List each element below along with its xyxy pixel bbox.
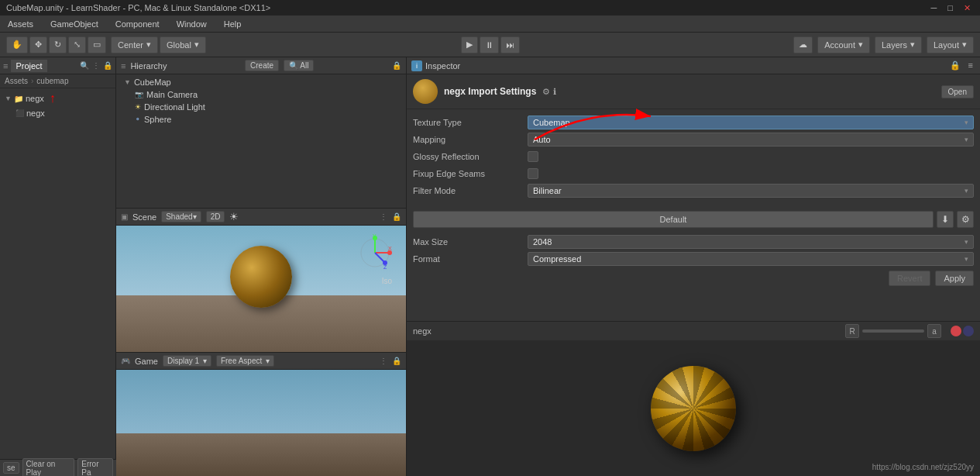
platform-settings-btn[interactable]: ⚙ xyxy=(957,211,974,228)
scene-more-icon[interactable]: ⋮ xyxy=(380,212,387,221)
maxsize-value[interactable]: 2048 ▾ xyxy=(528,235,974,249)
game-viewport[interactable] xyxy=(116,370,406,476)
scale-tool-btn[interactable]: ⤡ xyxy=(68,36,86,53)
menu-component[interactable]: Component xyxy=(112,18,163,30)
platform-download-btn[interactable]: ⬇ xyxy=(937,211,954,228)
center-btn[interactable]: Center ▾ xyxy=(111,36,158,53)
se-btn[interactable]: se xyxy=(3,462,19,474)
menu-help[interactable]: Help xyxy=(221,18,245,30)
apply-btn[interactable]: Apply xyxy=(935,271,974,286)
global-btn[interactable]: Global ▾ xyxy=(160,36,206,53)
hier-main-camera[interactable]: 📷 Main Camera xyxy=(116,88,406,101)
game-header: 🎮 Game Display 1 ▾ Free Aspect ▾ ⋮ 🔒 xyxy=(116,353,406,370)
preview-bar: negx R a xyxy=(407,322,980,340)
mapping-value[interactable]: Auto ▾ xyxy=(528,133,974,147)
open-btn[interactable]: Open xyxy=(941,85,974,98)
scene-2d-btn[interactable]: 2D xyxy=(206,211,225,222)
project-more-icon[interactable]: ⋮ xyxy=(92,61,100,70)
game-aspect-btn[interactable]: Free Aspect ▾ xyxy=(216,355,274,367)
tree-item-negx-folder[interactable]: ▼ 📁 negx ↑ xyxy=(0,90,115,107)
texture-type-row: Texture Type Cubemap ▾ xyxy=(407,114,980,131)
hier-lock-icon[interactable]: 🔒 xyxy=(392,61,401,70)
format-row: Format Compressed ▾ xyxy=(407,250,980,267)
game-lock-icon[interactable]: 🔒 xyxy=(392,357,401,365)
preview-rgb-btn[interactable]: R xyxy=(845,324,859,338)
project-tab-bar: ≡ Project 🔍 ⋮ 🔒 xyxy=(0,57,115,74)
glossy-row: Glossy Reflection xyxy=(407,148,980,165)
rotate-tool-btn[interactable]: ↻ xyxy=(49,36,67,53)
hier-scene-item[interactable]: ▼ CubeMap xyxy=(116,76,406,88)
layers-btn[interactable]: Layers ▾ xyxy=(875,36,922,53)
hier-scene-name: CubeMap xyxy=(134,78,171,87)
filter-row: Filter Mode Bilinear ▾ xyxy=(407,182,980,199)
divider xyxy=(407,199,980,205)
project-search-icon[interactable]: 🔍 xyxy=(80,61,89,70)
cloud-btn[interactable]: ☁ xyxy=(793,36,813,53)
project-lock-icon[interactable]: 🔒 xyxy=(103,61,112,70)
hierarchy-panel: ≡ Hierarchy Create 🔍 All 🔒 ▼ CubeMap 📷 M… xyxy=(116,57,406,209)
hier-create-btn[interactable]: Create xyxy=(245,60,279,71)
minimize-btn[interactable]: ─ xyxy=(928,3,940,13)
hier-all-btn[interactable]: 🔍 All xyxy=(284,60,314,71)
tree-arrow: ▼ xyxy=(5,95,12,102)
preview-area: negx R a xyxy=(407,321,980,476)
display-arrow: ▾ xyxy=(203,357,207,365)
scene-header: ▣ Scene Shaded▾ 2D ☀ ⋮ 🔒 xyxy=(116,209,406,226)
step-btn[interactable]: ⏭ xyxy=(500,36,520,53)
game-more-icon[interactable]: ⋮ xyxy=(380,357,387,365)
account-btn[interactable]: Account ▾ xyxy=(817,36,870,53)
preview-alpha-btn[interactable]: a xyxy=(927,324,941,338)
close-btn[interactable]: ✕ xyxy=(961,3,974,13)
move-tool-btn[interactable]: ✥ xyxy=(29,36,47,53)
revert-btn[interactable]: Revert xyxy=(889,271,930,286)
glossy-checkbox[interactable] xyxy=(528,151,538,162)
inspector-lock-icon[interactable]: 🔒 xyxy=(947,60,963,71)
layout-btn[interactable]: Layout ▾ xyxy=(927,36,974,53)
filter-arrow: ▾ xyxy=(965,187,968,195)
scene-light-toggle[interactable]: ☀ xyxy=(229,211,239,222)
insp-top-icons: ⚙ ℹ xyxy=(542,87,556,97)
texture-type-value[interactable]: Cubemap ▾ xyxy=(528,116,974,129)
maximize-btn[interactable]: □ xyxy=(944,3,956,13)
fixup-checkbox[interactable] xyxy=(528,168,538,179)
scene-lock-icon[interactable]: 🔒 xyxy=(392,212,401,221)
tree-item-negx-asset[interactable]: ⬛ negx xyxy=(0,107,115,119)
import-settings-header: negx Import Settings ⚙ ℹ Open xyxy=(407,74,980,109)
preview-swatch-red[interactable] xyxy=(951,326,961,336)
inspector-header: i Inspector 🔒 ≡ xyxy=(407,57,980,74)
scene-shade-btn[interactable]: Shaded▾ xyxy=(161,211,201,222)
clear-on-play-btn[interactable]: Clear on Play xyxy=(22,458,75,477)
play-controls-group: ▶ ⏸ ⏭ xyxy=(461,36,520,53)
pause-btn[interactable]: ⏸ xyxy=(480,36,499,53)
format-value[interactable]: Compressed ▾ xyxy=(528,252,974,266)
title-bar: CubeMap.unity - LearnShader - PC, Mac & … xyxy=(0,0,980,16)
filter-value[interactable]: Bilinear ▾ xyxy=(528,184,974,198)
platform-btn[interactable]: Default xyxy=(413,211,934,228)
settings-gear-icon[interactable]: ⚙ xyxy=(542,87,550,97)
hier-directional-light[interactable]: ☀ Directional Light xyxy=(116,101,406,113)
mapping-arrow: ▾ xyxy=(965,136,968,143)
preview-content xyxy=(407,340,980,476)
preview-swatch-blue[interactable] xyxy=(963,326,974,336)
breadcrumb-assets[interactable]: Assets xyxy=(5,77,28,85)
error-pause-btn[interactable]: Error Pa xyxy=(77,458,113,477)
info-icon[interactable]: ℹ xyxy=(553,87,556,97)
inspector-menu-icon[interactable]: ≡ xyxy=(966,60,975,71)
inspector-panel: i Inspector 🔒 ≡ negx Import Settings ⚙ ℹ… xyxy=(407,57,980,476)
middle-panel: ≡ Hierarchy Create 🔍 All 🔒 ▼ CubeMap 📷 M… xyxy=(116,57,407,476)
game-display-btn[interactable]: Display 1 ▾ xyxy=(163,355,211,367)
global-dropdown-arrow: ▾ xyxy=(194,40,199,50)
breadcrumb-cubemap[interactable]: cubemap xyxy=(36,77,68,85)
preview-slider[interactable] xyxy=(862,329,924,333)
menu-window[interactable]: Window xyxy=(174,18,210,30)
menu-assets[interactable]: Assets xyxy=(5,18,36,30)
svg-line-5 xyxy=(375,253,384,262)
maxsize-arrow: ▾ xyxy=(965,238,968,246)
project-tab[interactable]: Project xyxy=(11,60,46,72)
hand-tool-btn[interactable]: ✋ xyxy=(6,36,28,53)
play-btn[interactable]: ▶ xyxy=(461,36,478,53)
menu-gameobject[interactable]: GameObject xyxy=(47,18,101,30)
rect-tool-btn[interactable]: ▭ xyxy=(88,36,106,53)
scene-viewport[interactable]: X Y Z Iso xyxy=(116,226,406,352)
hier-sphere[interactable]: ⚬ Sphere xyxy=(116,113,406,126)
